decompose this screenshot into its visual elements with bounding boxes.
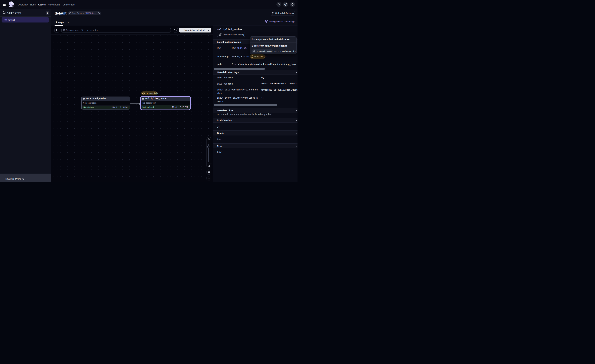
- svg-text:?: ?: [285, 3, 286, 5]
